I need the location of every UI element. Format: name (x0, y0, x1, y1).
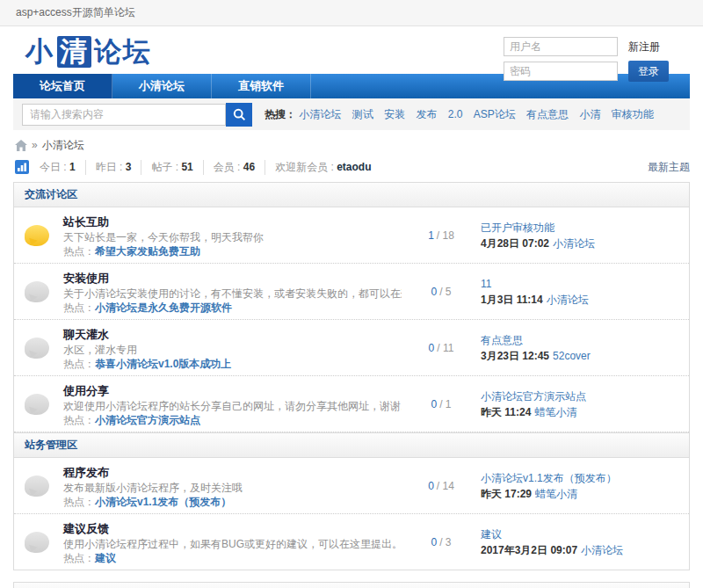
header: 小清论坛 新注册 登录 (13, 26, 690, 74)
forum-title-link[interactable]: 使用分享 (63, 384, 109, 397)
last-topic-link[interactable]: 有点意思 (481, 334, 678, 347)
hot-search-link[interactable]: 发布 (416, 108, 437, 120)
home-icon[interactable] (15, 140, 27, 151)
latest-topics-link[interactable]: 最新主题 (648, 160, 690, 175)
forum-list: 交流讨论区 站长互助 天下站长是一家，今天你帮我，明天我帮你 热点：希望大家发贴… (13, 182, 690, 570)
hot-label: 热点： (63, 552, 95, 564)
new-member-link[interactable]: etaodu (337, 161, 371, 173)
hot-search-link[interactable]: 审核功能 (612, 108, 654, 120)
forum-title-link[interactable]: 站长互助 (63, 215, 109, 229)
forum-icon-wrap (25, 270, 63, 314)
topic-count: 0 (429, 342, 435, 354)
last-topic-link[interactable]: 11 (481, 278, 678, 291)
hot-search-link[interactable]: 2.0 (448, 108, 463, 120)
stats-bar: 今日 : 1 昨日 : 3 帖子 : 51 会员 : 46 欢迎新会员 : et… (15, 159, 690, 175)
post-count: / 11 (437, 342, 453, 354)
forum-description: 发布最新版小清论坛程序，及时关注哦 (63, 482, 402, 494)
logo-char: 小 (25, 36, 54, 67)
forum-row: 程序发布 发布最新版小清论坛程序，及时关注哦 热点：小清论坛v1.1发布（预发布… (14, 458, 689, 514)
hot-label: 热点： (63, 358, 95, 370)
forum-title-link[interactable]: 建议反馈 (63, 522, 109, 535)
last-topic-link[interactable]: 小清论坛v1.1发布（预发布） (481, 472, 678, 485)
last-topic-link[interactable]: 建议 (481, 528, 678, 541)
forum-icon-wrap (25, 214, 63, 258)
stat-today: 今日 : 1 (34, 160, 86, 175)
breadcrumb-current[interactable]: 小清论坛 (42, 138, 84, 153)
last-post: 小清论坛官方演示站点 昨天 11:24蜡笔小清 (481, 382, 678, 426)
hot-search-link[interactable]: ASP论坛 (474, 108, 516, 120)
breadcrumb-separator: » (32, 139, 38, 151)
site-logo[interactable]: 小清论坛 (13, 35, 152, 69)
chat-bubble-icon (25, 338, 49, 359)
last-topic-link[interactable]: 已开户审核功能 (481, 221, 678, 235)
hot-label: 热点： (63, 414, 95, 426)
post-count: / 18 (437, 229, 454, 242)
forum-icon-wrap (25, 326, 63, 370)
chat-bubble-icon (25, 225, 49, 246)
hot-search-link[interactable]: 小清 (579, 108, 600, 120)
hot-topic-link[interactable]: 小清论坛是永久免费开源软件 (95, 301, 232, 314)
section-header-discussion: 交流讨论区 (14, 183, 689, 207)
forum-description: 欢迎使用小清论坛程序的站长分享自己的网址，请勿分享其他网址，谢谢。 (63, 400, 402, 412)
hot-topic-link[interactable]: 希望大家发贴免费互助 (95, 245, 200, 258)
topic-count: 0 (431, 536, 437, 548)
nav-item-xiaoqing-forum[interactable]: 小清论坛 (112, 74, 212, 98)
forum-row: 安装使用 关于小清论坛安装使用的讨论，有不懂安装，或者安装失败的，都可以在这里发… (14, 264, 689, 320)
hot-topic-link[interactable]: 恭喜小清论坛v1.0版本成功上 (95, 358, 231, 370)
chat-bubble-icon (25, 532, 49, 553)
hot-search-link[interactable]: 小清论坛 (299, 108, 341, 120)
forum-counts: 0/ 5 (402, 270, 481, 314)
last-topic-link[interactable]: 小清论坛官方演示站点 (481, 390, 678, 403)
top-bar: asp+access开源简单论坛 (0, 0, 703, 26)
forum-title-link[interactable]: 安装使用 (63, 272, 109, 285)
last-post-author-link[interactable]: 52cover (553, 350, 591, 362)
last-post-date: 4月28日 07:02 (481, 237, 549, 250)
last-post-author-link[interactable]: 蜡笔小清 (535, 488, 577, 500)
last-post-author-link[interactable]: 小清论坛 (553, 237, 595, 250)
search-bar: 热搜： 小清论坛 测试 安装 发布 2.0 ASP论坛 有点意思 小清 审核功能 (13, 98, 690, 130)
logo-boxed-char: 清 (57, 36, 91, 68)
forum-counts: 0/ 1 (402, 382, 481, 426)
hot-search-link[interactable]: 安装 (384, 108, 405, 120)
forum-row: 聊天灌水 水区，灌水专用 热点：恭喜小清论坛v1.0版本成功上 0/ 11 有点… (14, 320, 689, 376)
nav-item-sales-software[interactable]: 直销软件 (212, 74, 311, 98)
search-input[interactable] (22, 104, 226, 126)
hot-topic-link[interactable]: 建议 (95, 552, 116, 564)
last-post-author-link[interactable]: 小清论坛 (547, 294, 589, 306)
hot-label: 热点： (63, 301, 95, 314)
last-post: 有点意思 3月23日 12:4552cover (481, 326, 678, 370)
hot-search-link[interactable]: 测试 (352, 108, 373, 120)
login-button[interactable]: 登录 (628, 61, 669, 82)
hot-topic-link[interactable]: 小清论坛v1.1发布（预发布） (95, 496, 231, 508)
topic-count: 0 (431, 286, 437, 298)
forum-title-link[interactable]: 程序发布 (63, 466, 109, 479)
site-slogan: asp+access开源简单论坛 (16, 6, 135, 18)
forum-row: 使用分享 欢迎使用小清论坛程序的站长分享自己的网址，请勿分享其他网址，谢谢。 热… (14, 376, 689, 432)
hot-search-link[interactable]: 有点意思 (526, 108, 569, 120)
stat-members: 会员 : 46 (204, 160, 265, 175)
register-link[interactable]: 新注册 (628, 40, 660, 54)
forum-counts: 0/ 11 (402, 326, 481, 370)
last-post-author-link[interactable]: 小清论坛 (581, 544, 623, 556)
username-input[interactable] (504, 37, 618, 56)
section-header-management: 站务管理区 (14, 432, 689, 458)
hot-topic-link[interactable]: 小清论坛官方演示站点 (95, 414, 200, 426)
stat-posts: 帖子 : 51 (141, 160, 203, 175)
post-count: / 5 (439, 286, 451, 298)
last-post: 建议 2017年3月2日 09:07小清论坛 (481, 520, 678, 564)
forum-description: 使用小清论坛程序过程中，如果有BUG或更好的建议，可以在这里提出。 (63, 538, 402, 550)
forum-counts: 0/ 14 (402, 464, 481, 508)
logo-text: 论坛 (94, 36, 152, 67)
search-button[interactable] (226, 103, 252, 127)
stats-chart-icon (15, 160, 29, 174)
topic-count: 0 (431, 398, 437, 410)
login-panel: 新注册 登录 (504, 35, 690, 86)
forum-title-link[interactable]: 聊天灌水 (63, 328, 109, 341)
last-post-date: 昨天 11:24 (481, 406, 531, 418)
last-post-author-link[interactable]: 蜡笔小清 (534, 406, 576, 418)
chat-bubble-icon (25, 394, 49, 415)
nav-item-forum-home[interactable]: 论坛首页 (13, 74, 112, 98)
password-input[interactable] (504, 62, 618, 81)
last-post-date: 3月23日 12:45 (481, 350, 549, 362)
forum-counts: 1/ 18 (402, 214, 481, 258)
